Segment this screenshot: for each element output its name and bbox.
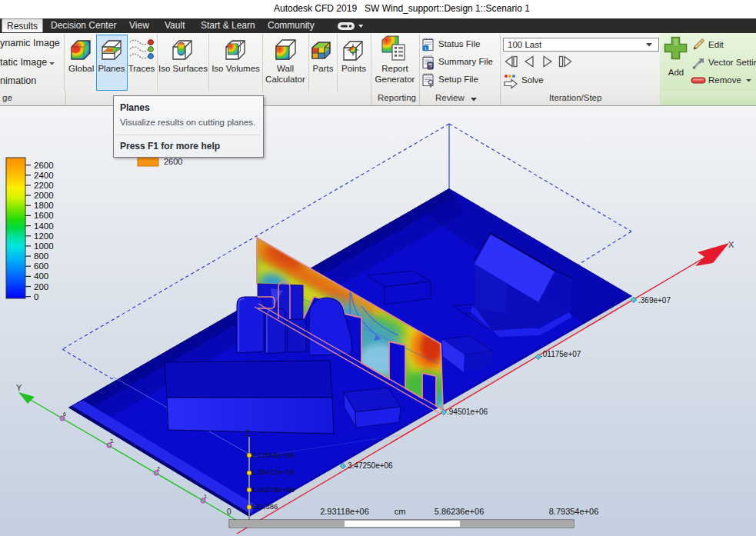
svg-text:1400: 1400 [34,221,54,231]
svg-text:2600: 2600 [164,157,182,166]
svg-text:400: 400 [34,271,48,281]
svg-text:2.12555e+06: 2.12555e+06 [251,451,295,459]
svg-text:3.47250e+06: 3.47250e+06 [348,461,393,470]
svg-text:2000: 2000 [34,191,54,200]
svg-text:1200: 1200 [34,231,54,241]
svg-text:Y: Y [16,383,22,392]
svg-text:Z: Z [245,429,250,438]
svg-text:i: i [425,45,427,51]
svg-text:0: 0 [34,292,38,301]
svg-text:2400: 2400 [34,171,54,180]
svg-text:1.06278e+06: 1.06278e+06 [251,485,295,494]
svg-text:1800: 1800 [34,201,54,210]
svg-text:8.79354e+06: 8.79354e+06 [549,507,599,516]
svg-text:600: 600 [34,261,48,271]
svg-text:2: 2 [157,466,160,471]
svg-text:3.: 3. [110,438,115,444]
svg-text:6: 6 [63,411,66,417]
svg-text:1600: 1600 [34,211,54,220]
svg-text:5.86236e+06: 5.86236e+06 [435,507,485,516]
svg-text:2.93118e+06: 2.93118e+06 [320,507,369,516]
svg-text:200: 200 [34,282,48,291]
svg-text:cm: cm [395,507,406,516]
svg-text:2200: 2200 [34,181,54,190]
svg-text:0: 0 [227,508,231,516]
svg-text:X: X [728,240,734,249]
svg-text:1000: 1000 [34,241,54,251]
svg-text:.94501e+06: .94501e+06 [447,408,488,416]
svg-text:1.: 1. [204,494,208,499]
svg-text:2600: 2600 [34,161,54,170]
svg-text:1.59417e+06: 1.59417e+06 [251,468,295,476]
svg-text:.01175e+07: .01175e+07 [541,350,581,358]
svg-text:.369e+07: .369e+07 [638,296,671,305]
svg-text:800: 800 [34,251,48,261]
svg-text:531,386: 531,386 [251,502,278,511]
